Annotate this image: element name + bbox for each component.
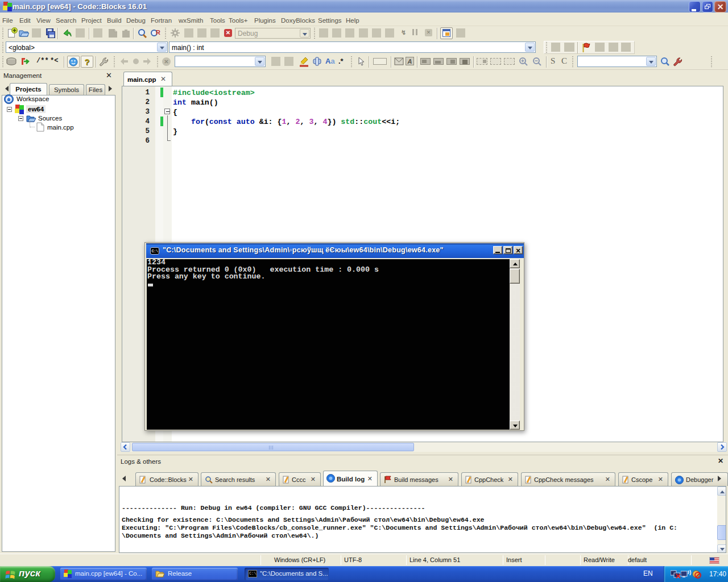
- svg-text:R: R: [156, 29, 160, 36]
